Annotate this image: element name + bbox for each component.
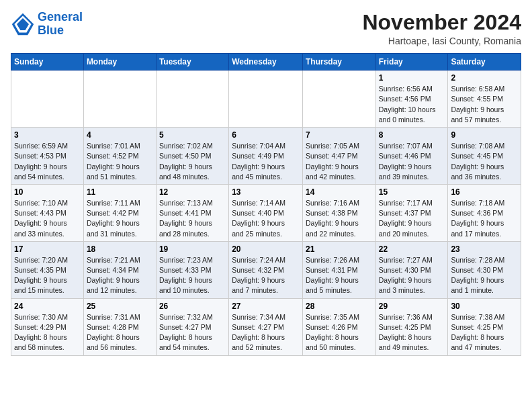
weekday-header-friday: Friday [375,54,448,71]
calendar-cell: 30Sunrise: 7:38 AMSunset: 4:25 PMDayligh… [448,298,521,355]
day-number: 26 [159,302,226,311]
calendar-week-row: 3Sunrise: 6:59 AMSunset: 4:53 PMDaylight… [11,128,521,185]
day-number: 7 [306,130,373,140]
day-info: Sunrise: 7:36 AMSunset: 4:25 PMDaylight:… [379,312,445,353]
day-info: Sunrise: 7:38 AMSunset: 4:25 PMDaylight:… [451,312,518,353]
day-info: Sunrise: 7:01 AMSunset: 4:52 PMDaylight:… [87,141,153,182]
day-number: 11 [87,187,153,197]
calendar-week-row: 24Sunrise: 7:30 AMSunset: 4:29 PMDayligh… [11,298,521,355]
day-number: 22 [379,244,445,254]
calendar-table: SundayMondayTuesdayWednesdayThursdayFrid… [11,53,521,355]
day-number: 27 [232,302,300,311]
logo: General Blue [11,11,83,38]
calendar-cell: 18Sunrise: 7:21 AMSunset: 4:34 PMDayligh… [83,241,156,298]
page: General Blue November 2024 Hartoape, Ias… [0,0,532,411]
month-title: November 2024 [362,11,521,34]
day-number: 21 [306,244,373,254]
day-info: Sunrise: 7:32 AMSunset: 4:27 PMDaylight:… [159,312,226,353]
calendar-cell: 9Sunrise: 7:08 AMSunset: 4:45 PMDaylight… [448,128,521,185]
calendar-cell: 24Sunrise: 7:30 AMSunset: 4:29 PMDayligh… [11,298,84,355]
logo-line1: General [38,11,83,24]
day-number: 16 [451,187,518,197]
calendar-cell: 5Sunrise: 7:02 AMSunset: 4:50 PMDaylight… [156,128,228,185]
day-number: 18 [87,244,153,254]
calendar-cell: 20Sunrise: 7:24 AMSunset: 4:32 PMDayligh… [229,241,303,298]
calendar-cell: 29Sunrise: 7:36 AMSunset: 4:25 PMDayligh… [375,298,448,355]
weekday-header-monday: Monday [83,54,156,71]
day-info: Sunrise: 7:11 AMSunset: 4:42 PMDaylight:… [87,198,153,239]
day-info: Sunrise: 7:18 AMSunset: 4:36 PMDaylight:… [451,198,518,239]
calendar-cell: 22Sunrise: 7:27 AMSunset: 4:30 PMDayligh… [375,241,448,298]
calendar-cell: 27Sunrise: 7:34 AMSunset: 4:27 PMDayligh… [229,298,303,355]
day-number: 2 [451,73,518,83]
calendar-cell [229,71,303,128]
day-info: Sunrise: 7:27 AMSunset: 4:30 PMDaylight:… [379,255,445,296]
calendar-cell: 19Sunrise: 7:23 AMSunset: 4:33 PMDayligh… [156,241,228,298]
day-info: Sunrise: 7:35 AMSunset: 4:26 PMDaylight:… [306,312,373,353]
day-number: 28 [306,302,373,311]
logo-text-block: General Blue [38,11,83,38]
calendar-cell: 17Sunrise: 7:20 AMSunset: 4:35 PMDayligh… [11,241,84,298]
calendar-cell: 23Sunrise: 7:28 AMSunset: 4:30 PMDayligh… [448,241,521,298]
calendar-cell: 21Sunrise: 7:26 AMSunset: 4:31 PMDayligh… [302,241,375,298]
calendar-cell: 14Sunrise: 7:16 AMSunset: 4:38 PMDayligh… [302,184,375,241]
day-info: Sunrise: 7:20 AMSunset: 4:35 PMDaylight:… [14,255,81,296]
day-number: 12 [159,187,226,197]
calendar-week-row: 10Sunrise: 7:10 AMSunset: 4:43 PMDayligh… [11,184,521,241]
day-info: Sunrise: 7:28 AMSunset: 4:30 PMDaylight:… [451,255,518,296]
day-info: Sunrise: 7:14 AMSunset: 4:40 PMDaylight:… [232,198,300,239]
calendar-cell [156,71,228,128]
calendar-cell: 4Sunrise: 7:01 AMSunset: 4:52 PMDaylight… [83,128,156,185]
day-info: Sunrise: 7:10 AMSunset: 4:43 PMDaylight:… [14,198,81,239]
day-number: 13 [232,187,300,197]
day-number: 9 [451,130,518,140]
header: General Blue November 2024 Hartoape, Ias… [11,11,521,46]
weekday-header-tuesday: Tuesday [156,54,228,71]
day-info: Sunrise: 7:26 AMSunset: 4:31 PMDaylight:… [306,255,373,296]
calendar-cell: 26Sunrise: 7:32 AMSunset: 4:27 PMDayligh… [156,298,228,355]
title-block: November 2024 Hartoape, Iasi County, Rom… [362,11,521,46]
day-number: 24 [14,302,81,311]
day-info: Sunrise: 7:05 AMSunset: 4:47 PMDaylight:… [306,141,373,182]
day-number: 1 [379,73,445,83]
day-info: Sunrise: 7:31 AMSunset: 4:28 PMDaylight:… [87,312,153,353]
calendar-cell [302,71,375,128]
day-number: 4 [87,130,153,140]
weekday-header-sunday: Sunday [11,54,84,71]
calendar-cell: 2Sunrise: 6:58 AMSunset: 4:55 PMDaylight… [448,71,521,128]
weekday-header-saturday: Saturday [448,54,521,71]
day-info: Sunrise: 7:07 AMSunset: 4:46 PMDaylight:… [379,141,445,182]
day-info: Sunrise: 7:23 AMSunset: 4:33 PMDaylight:… [159,255,226,296]
weekday-header-thursday: Thursday [302,54,375,71]
day-info: Sunrise: 7:21 AMSunset: 4:34 PMDaylight:… [87,255,153,296]
day-number: 20 [232,244,300,254]
calendar-cell: 10Sunrise: 7:10 AMSunset: 4:43 PMDayligh… [11,184,84,241]
calendar-header-row: SundayMondayTuesdayWednesdayThursdayFrid… [11,54,521,71]
day-number: 3 [14,130,81,140]
calendar-cell: 3Sunrise: 6:59 AMSunset: 4:53 PMDaylight… [11,128,84,185]
day-number: 29 [379,302,445,311]
calendar-cell: 1Sunrise: 6:56 AMSunset: 4:56 PMDaylight… [375,71,448,128]
calendar-cell: 7Sunrise: 7:05 AMSunset: 4:47 PMDaylight… [302,128,375,185]
calendar-week-row: 1Sunrise: 6:56 AMSunset: 4:56 PMDaylight… [11,71,521,128]
day-info: Sunrise: 7:30 AMSunset: 4:29 PMDaylight:… [14,312,81,353]
day-number: 15 [379,187,445,197]
calendar-cell [11,71,84,128]
day-number: 30 [451,302,518,311]
calendar-cell: 25Sunrise: 7:31 AMSunset: 4:28 PMDayligh… [83,298,156,355]
calendar-cell: 16Sunrise: 7:18 AMSunset: 4:36 PMDayligh… [448,184,521,241]
day-info: Sunrise: 6:59 AMSunset: 4:53 PMDaylight:… [14,141,81,182]
calendar-week-row: 17Sunrise: 7:20 AMSunset: 4:35 PMDayligh… [11,241,521,298]
day-info: Sunrise: 7:08 AMSunset: 4:45 PMDaylight:… [451,141,518,182]
day-number: 5 [159,130,226,140]
calendar-cell: 12Sunrise: 7:13 AMSunset: 4:41 PMDayligh… [156,184,228,241]
day-info: Sunrise: 7:24 AMSunset: 4:32 PMDaylight:… [232,255,300,296]
day-info: Sunrise: 7:02 AMSunset: 4:50 PMDaylight:… [159,141,226,182]
day-number: 6 [232,130,300,140]
weekday-header-wednesday: Wednesday [229,54,303,71]
day-number: 23 [451,244,518,254]
day-info: Sunrise: 7:34 AMSunset: 4:27 PMDaylight:… [232,312,300,353]
calendar-cell: 6Sunrise: 7:04 AMSunset: 4:49 PMDaylight… [229,128,303,185]
day-info: Sunrise: 7:13 AMSunset: 4:41 PMDaylight:… [159,198,226,239]
calendar-cell [83,71,156,128]
